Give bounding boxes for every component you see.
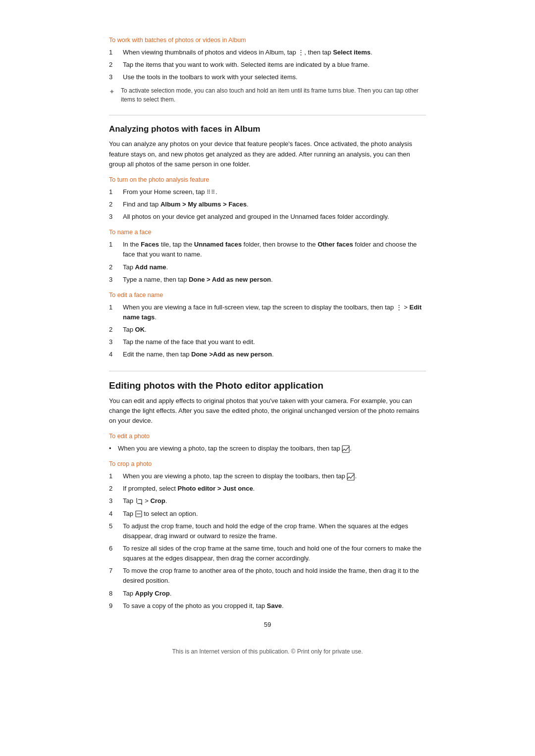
step-content: Tap the name of the face that you want t… bbox=[123, 337, 426, 347]
step-content: To adjust the crop frame, touch and hold… bbox=[123, 521, 426, 541]
step-item: 8 Tap Apply Crop. bbox=[109, 589, 426, 599]
section-name-a-face: To name a face 1 In the Faces tile, tap … bbox=[109, 229, 426, 285]
step-number: 9 bbox=[109, 601, 123, 611]
bullet-item: • When you are viewing a photo, tap the … bbox=[109, 444, 426, 454]
step-number: 1 bbox=[109, 48, 123, 57]
steps-crop-a-photo: 1 When you are viewing a photo, tap the … bbox=[109, 471, 426, 611]
step-item: 3 Use the tools in the toolbars to work … bbox=[109, 72, 426, 82]
step-number: 2 bbox=[109, 60, 123, 70]
step-item: 3 Tap > Crop. bbox=[109, 496, 426, 506]
editing-photos-intro: You can edit and apply effects to origin… bbox=[109, 396, 426, 426]
step-item: 9 To save a copy of the photo as you cro… bbox=[109, 601, 426, 611]
section-crop-a-photo: To crop a photo 1 When you are viewing a… bbox=[109, 460, 426, 611]
step-content: To move the crop frame to another area o… bbox=[123, 566, 426, 586]
step-number: 3 bbox=[109, 72, 123, 82]
svg-rect-6 bbox=[136, 503, 137, 504]
section-work-with-batches: To work with batches of photos or videos… bbox=[109, 37, 426, 104]
steps-edit-a-photo: • When you are viewing a photo, tap the … bbox=[109, 444, 426, 454]
heading-turn-on-analysis: To turn on the photo analysis feature bbox=[109, 176, 426, 183]
page-content: To work with batches of photos or videos… bbox=[99, 0, 436, 756]
heading-name-a-face: To name a face bbox=[109, 229, 426, 236]
section-edit-a-photo: To edit a photo • When you are viewing a… bbox=[109, 433, 426, 454]
steps-edit-face-name: 1 When you are viewing a face in full-sc… bbox=[109, 302, 426, 360]
step-item: 2 Tap Add name. bbox=[109, 262, 426, 272]
step-item: 1 From your Home screen, tap ⠿⠿. bbox=[109, 187, 426, 197]
step-item: 1 When you are viewing a photo, tap the … bbox=[109, 471, 426, 481]
note-block: ✦ To activate selection mode, you can al… bbox=[109, 86, 426, 104]
step-content: Tap to select an option. bbox=[123, 509, 426, 519]
step-item: 4 Edit the name, then tap Done >Add as n… bbox=[109, 350, 426, 359]
step-content: When you are viewing a photo, tap the sc… bbox=[123, 471, 426, 481]
step-number: 6 bbox=[109, 544, 123, 563]
step-content: When viewing thumbnails of photos and vi… bbox=[123, 48, 426, 57]
step-item: 1 When you are viewing a face in full-sc… bbox=[109, 302, 426, 322]
step-content: Type a name, then tap Done > Add as new … bbox=[123, 275, 426, 285]
step-number: 1 bbox=[109, 187, 123, 197]
note-icon: ✦ bbox=[109, 87, 121, 97]
step-item: 5 To adjust the crop frame, touch and ho… bbox=[109, 521, 426, 541]
note-text: To activate selection mode, you can also… bbox=[121, 86, 426, 104]
step-content: In the Faces tile, tap the Unnamed faces… bbox=[123, 240, 426, 259]
step-number: 3 bbox=[109, 496, 123, 506]
step-number: 3 bbox=[109, 337, 123, 347]
step-number: 3 bbox=[109, 212, 123, 222]
bullet-content: When you are viewing a photo, tap the sc… bbox=[118, 444, 352, 454]
bullet-symbol: • bbox=[109, 444, 118, 454]
step-item: 3 Type a name, then tap Done > Add as ne… bbox=[109, 275, 426, 285]
heading-editing-photos: Editing photos with the Photo editor app… bbox=[109, 371, 426, 391]
step-item: 1 When viewing thumbnails of photos and … bbox=[109, 48, 426, 57]
step-content: Edit the name, then tap Done >Add as new… bbox=[123, 350, 426, 359]
step-content: Find and tap Album > My albums > Faces. bbox=[123, 200, 426, 209]
step-number: 8 bbox=[109, 589, 123, 599]
section-editing-photos: Editing photos with the Photo editor app… bbox=[109, 371, 426, 611]
step-item: 2 If prompted, select Photo editor > Jus… bbox=[109, 484, 426, 494]
step-content: When you are viewing a face in full-scre… bbox=[123, 302, 426, 322]
heading-text: Analyzing photos with faces in Album bbox=[109, 124, 260, 134]
crop-icon bbox=[135, 498, 143, 505]
step-content: All photos on your device get analyzed a… bbox=[123, 212, 426, 222]
heading-analyzing-photos: Analyzing photos with faces in Album bbox=[109, 115, 426, 134]
heading-text: Editing photos with the Photo editor app… bbox=[109, 380, 323, 391]
edit-photo-icon-2 bbox=[347, 473, 355, 481]
step-item: 6 To resize all sides of the crop frame … bbox=[109, 544, 426, 563]
section-analyzing-photos: Analyzing photos with faces in Album You… bbox=[109, 115, 426, 359]
step-content: Tap > Crop. bbox=[123, 496, 426, 506]
step-number: 2 bbox=[109, 325, 123, 335]
step-content: From your Home screen, tap ⠿⠿. bbox=[123, 187, 426, 197]
heading-edit-face-name: To edit a face name bbox=[109, 292, 426, 299]
step-number: 4 bbox=[109, 350, 123, 359]
step-number: 1 bbox=[109, 471, 123, 481]
page-footer: This is an Internet version of this publ… bbox=[109, 648, 426, 655]
step-content: Tap OK. bbox=[123, 325, 426, 335]
step-number: 7 bbox=[109, 566, 123, 586]
section-edit-face-name: To edit a face name 1 When you are viewi… bbox=[109, 292, 426, 360]
step-item: 4 Tap to select an option. bbox=[109, 509, 426, 519]
step-number: 2 bbox=[109, 484, 123, 494]
step-content: Tap the items that you want to work with… bbox=[123, 60, 426, 70]
step-number: 4 bbox=[109, 509, 123, 519]
section-turn-on-analysis: To turn on the photo analysis feature 1 … bbox=[109, 176, 426, 222]
step-content: To save a copy of the photo as you cropp… bbox=[123, 601, 426, 611]
step-number: 2 bbox=[109, 200, 123, 209]
svg-rect-0 bbox=[342, 446, 349, 453]
step-content: If prompted, select Photo editor > Just … bbox=[123, 484, 426, 494]
step-content: Tap Add name. bbox=[123, 262, 426, 272]
step-number: 2 bbox=[109, 262, 123, 272]
heading-edit-a-photo: To edit a photo bbox=[109, 433, 426, 440]
edit-photo-icon bbox=[342, 445, 350, 453]
svg-rect-1 bbox=[347, 473, 354, 480]
steps-work-with-batches: 1 When viewing thumbnails of photos and … bbox=[109, 48, 426, 82]
step-number: 3 bbox=[109, 275, 123, 285]
step-content: Use the tools in the toolbars to work wi… bbox=[123, 72, 426, 82]
heading-work-with-batches: To work with batches of photos or videos… bbox=[109, 37, 426, 44]
step-item: 7 To move the crop frame to another area… bbox=[109, 566, 426, 586]
step-item: 2 Tap the items that you want to work wi… bbox=[109, 60, 426, 70]
step-item: 3 Tap the name of the face that you want… bbox=[109, 337, 426, 347]
steps-name-a-face: 1 In the Faces tile, tap the Unnamed fac… bbox=[109, 240, 426, 285]
step-number: 5 bbox=[109, 521, 123, 541]
step-item: 2 Tap OK. bbox=[109, 325, 426, 335]
step-number: 1 bbox=[109, 302, 123, 322]
step-content: Tap Apply Crop. bbox=[123, 589, 426, 599]
step-item: 1 In the Faces tile, tap the Unnamed fac… bbox=[109, 240, 426, 259]
step-content: To resize all sides of the crop frame at… bbox=[123, 544, 426, 563]
